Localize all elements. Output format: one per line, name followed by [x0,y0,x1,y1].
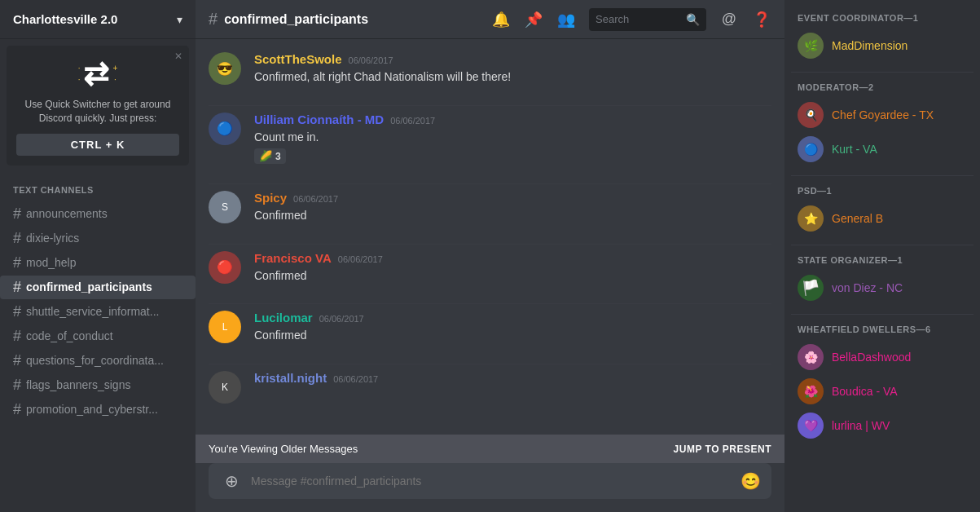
topbar-icons: 🔔 📌 👥 Search 🔍 @ ❓ [491,8,771,31]
search-placeholder: Search [595,13,686,25]
emoji-icon[interactable]: 😊 [739,470,762,492]
message-username: kristall.night [254,371,327,385]
message-text: Confirmed [254,208,771,224]
list-item[interactable]: 💜 lurlina | WV [791,409,973,442]
sidebar-item-code-of-conduct[interactable]: # code_of_conduct [0,324,196,348]
channel-title: # confirmed_participants [209,10,491,29]
channel-name: promotion_and_cyberstr... [26,403,158,416]
hash-icon: # [13,328,21,345]
hash-icon: # [13,377,21,394]
hash-icon: # [13,279,21,296]
message-content: kristall.night 06/06/2017 [254,371,771,388]
list-item[interactable]: ⭐ General B [791,202,973,235]
message-input[interactable] [251,474,739,488]
divider [209,183,771,184]
hash-icon: # [13,205,21,223]
table-row: S Spicy 06/06/2017 Confirmed [209,191,771,224]
messages-area: 😎 ScottTheSwole 06/06/2017 Confirmed, al… [196,39,784,435]
message-content: Francisco VA 06/06/2017 Confirmed [254,251,771,285]
jump-to-present-bar: You're Viewing Older Messages JUMP TO PR… [196,435,784,463]
qs-arrows-icon: ⇄ [83,55,109,91]
quick-switcher-icon-area: ·· ⇄ +· [16,55,179,91]
message-text: Confirmed [254,268,771,285]
hash-icon: # [13,352,21,369]
sidebar-item-dixie-lyrics[interactable]: # dixie-lyrics [0,227,196,250]
jump-to-present-button[interactable]: JUMP TO PRESENT [674,444,771,455]
topbar-hash-icon: # [209,10,218,29]
message-content: Lucilomar 06/06/2017 Confirmed [254,311,771,344]
server-header[interactable]: Charlottesville 2.0 ▾ [0,0,196,39]
member-name: MadDimension [832,39,907,52]
members-sidebar: EVENT COORDINATOR—1 🌿 MadDimension MODER… [784,0,980,512]
members-section-state-organizer: STATE ORGANIZER—1 [791,255,973,265]
channel-name: shuttle_service_informat... [26,305,159,318]
sidebar-item-shuttle-service[interactable]: # shuttle_service_informat... [0,300,196,324]
message-timestamp: 06/06/2017 [319,314,364,324]
message-username: Francisco VA [254,251,332,265]
message-content: Spicy 06/06/2017 Confirmed [254,191,771,224]
hash-icon: # [13,254,21,271]
message-header: Uilliam Cionnaíth - MD 06/06/2017 [254,113,771,126]
list-item[interactable]: 🌿 MadDimension [791,29,973,62]
message-username: Uilliam Cionnaíth - MD [254,113,384,126]
avatar: ⭐ [798,205,824,232]
message-input-box[interactable]: ⊕ 😊 [209,463,771,499]
avatar: 🍳 [798,102,824,128]
add-attachment-icon[interactable]: ⊕ [218,468,244,494]
sidebar-item-mod-help[interactable]: # mod_help [0,251,196,275]
table-row: L Lucilomar 06/06/2017 Confirmed [209,311,771,344]
channel-name: mod_help [26,256,77,269]
pin-icon[interactable]: 📌 [524,10,543,29]
close-icon[interactable]: ✕ [174,51,182,62]
message-text: Confirmed [254,328,771,344]
sidebar-item-questions[interactable]: # questions_for_coordinata... [0,349,196,373]
message-text: Confirmed, alt right Chad Nationalism wi… [254,69,771,86]
member-name: BellaDashwood [832,351,911,364]
divider [791,175,973,176]
members-icon[interactable]: 👥 [556,10,576,29]
text-channels-label: TEXT CHANNELS [13,185,189,195]
divider [209,303,771,304]
member-name: von Diez - NC [832,281,903,294]
table-row: 😎 ScottTheSwole 06/06/2017 Confirmed, al… [209,52,771,86]
sidebar-item-flags[interactable]: # flags_banners_signs [0,373,196,397]
help-icon[interactable]: ❓ [752,10,771,29]
channel-name: flags_banners_signs [26,378,130,391]
message-header: ScottTheSwole 06/06/2017 [254,52,771,66]
channel-name: code_of_conduct [26,329,113,342]
list-item[interactable]: 🔵 Kurt - VA [791,133,973,166]
list-item[interactable]: 🌺 Boudica - VA [791,375,973,408]
message-timestamp: 06/06/2017 [333,374,378,384]
sidebar-item-promotion[interactable]: # promotion_and_cyberstr... [0,398,196,422]
avatar: 🔴 [209,251,241,284]
list-item[interactable]: 🍳 Chef Goyardee - TX [791,99,973,131]
message-header: Spicy 06/06/2017 [254,191,771,205]
chevron-down-icon: ▾ [177,13,182,26]
message-reaction[interactable]: 🌽 3 [254,148,286,164]
message-content: ScottTheSwole 06/06/2017 Confirmed, alt … [254,52,771,86]
avatar: 🌺 [798,378,824,404]
members-section-wheatfield: WHEATFIELD DWELLERS—6 [791,324,973,334]
reaction-count: 3 [275,151,281,162]
channels-section-header: TEXT CHANNELS [0,172,196,201]
member-name: lurlina | WV [832,419,890,432]
search-bar[interactable]: Search 🔍 [589,8,706,31]
bell-icon[interactable]: 🔔 [491,10,511,29]
topbar: # confirmed_participants 🔔 📌 👥 Search 🔍 … [196,0,784,39]
search-icon: 🔍 [686,13,700,26]
avatar: 😎 [209,52,241,85]
quick-switcher-tooltip: ✕ ·· ⇄ +· Use Quick Switcher to get arou… [7,46,189,166]
qs-dots-right: +· [112,64,117,84]
avatar: K [209,371,241,404]
sidebar-item-confirmed-participants[interactable]: # confirmed_participants [0,276,196,299]
list-item[interactable]: 🌸 BellaDashwood [791,341,973,373]
at-icon[interactable]: @ [719,10,739,29]
sidebar: Charlottesville 2.0 ▾ ✕ ·· ⇄ +· Use Quic… [0,0,196,512]
channel-name: announcements [26,207,108,220]
message-header: kristall.night 06/06/2017 [254,371,771,385]
avatar: 🔵 [209,113,241,145]
main-content: # confirmed_participants 🔔 📌 👥 Search 🔍 … [196,0,784,512]
list-item[interactable]: 🏳️ von Diez - NC [791,271,973,304]
sidebar-item-announcements[interactable]: # announcements [0,202,196,226]
members-section-moderator: MODERATOR—2 [791,82,973,92]
